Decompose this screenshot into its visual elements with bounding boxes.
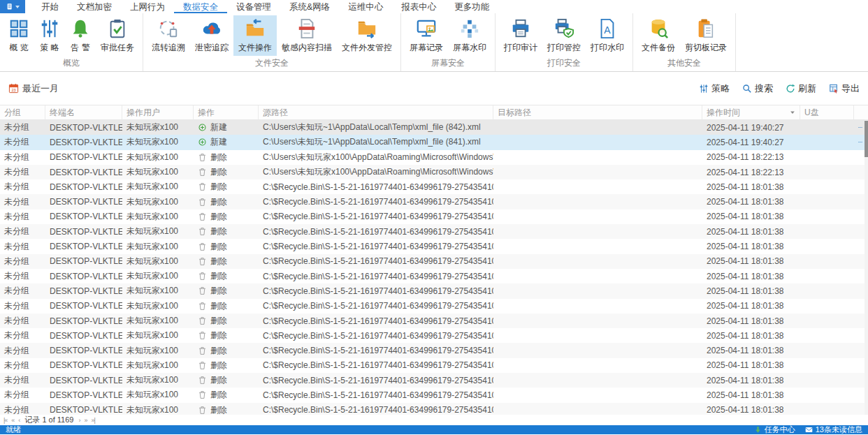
unread-messages-button[interactable]: 13条未读信息	[805, 425, 862, 435]
policy-button[interactable]: 策略	[699, 82, 730, 95]
ribbon-item-file-outgoing-control[interactable]: 文件外发管控	[337, 15, 397, 56]
ribbon-item-policy[interactable]: 策 略	[34, 15, 65, 56]
cell-group: 未分组	[0, 388, 45, 402]
page-prev-button-2[interactable]: ‹	[18, 417, 20, 424]
ribbon-item-print-audit[interactable]: 打印审计	[499, 15, 542, 56]
column-header-src[interactable]: 源路径	[259, 105, 493, 119]
ribbon-item-label: 屏幕水印	[453, 42, 486, 54]
ribbon-item-label: 剪切板记录	[685, 42, 727, 54]
column-header-actions[interactable]	[854, 105, 868, 119]
tab-doc-encryption[interactable]: 文档加密	[68, 0, 121, 13]
column-header-op[interactable]: 操作	[194, 105, 259, 119]
task-center-button[interactable]: 任务中心	[754, 425, 795, 435]
cell-group: 未分组	[0, 373, 45, 388]
row-menu-button[interactable]	[858, 124, 862, 131]
table-row[interactable]: 未分组DESKTOP-VLKTLE1未知玩家x100删除C:\$Recycle.…	[0, 224, 868, 239]
tab-data-security[interactable]: 数据安全	[174, 0, 227, 13]
ribbon-item-overview[interactable]: 概 览	[3, 15, 34, 56]
cell-source-path: C:\$Recycle.Bin\S-1-5-21-1619774401-6349…	[259, 269, 493, 283]
row-menu-button[interactable]	[858, 139, 862, 145]
table-row[interactable]: 未分组DESKTOP-VLKTLE1未知玩家x100删除C:\$Recycle.…	[0, 269, 868, 283]
table-row[interactable]: 未分组DESKTOP-VLKTLE1未知玩家x100删除C:\Users\未知玩…	[0, 165, 868, 179]
ribbon-item-screen-record[interactable]: 屏幕记录	[405, 15, 448, 56]
date-range-filter[interactable]: 23 最近一月	[8, 82, 59, 95]
cell-group: 未分组	[0, 120, 45, 135]
ribbon-item-file-operations[interactable]: 文件操作	[233, 15, 277, 56]
operation-label: 删除	[210, 345, 227, 357]
tab-web-behavior[interactable]: 上网行为	[121, 0, 174, 13]
operation-label: 删除	[210, 241, 227, 253]
page-prev-button-0[interactable]: |«	[3, 417, 7, 424]
cell-target-path	[493, 373, 702, 388]
refresh-button[interactable]: 刷新	[786, 82, 816, 95]
column-header-terminal[interactable]: 终端名	[45, 105, 122, 119]
table-row[interactable]: 未分组DESKTOP-VLKTLE1未知玩家x100删除C:\$Recycle.…	[0, 209, 868, 224]
export-button[interactable]: 导出	[829, 82, 860, 95]
time-filter-caret-icon[interactable]	[789, 109, 796, 116]
table-row[interactable]: 未分组DESKTOP-VLKTLE1未知玩家x100删除C:\$Recycle.…	[0, 373, 868, 388]
scrollbar-thumb[interactable]	[865, 121, 868, 157]
column-header-user[interactable]: 操作用户	[122, 105, 194, 119]
cell-operation: 新建	[194, 135, 259, 149]
tab-more-features[interactable]: 更多功能	[445, 0, 498, 13]
tab-device-management[interactable]: 设备管理	[227, 0, 280, 13]
operation-label: 删除	[210, 181, 227, 193]
table-row[interactable]: 未分组DESKTOP-VLKTLE1未知玩家x100删除C:\$Recycle.…	[0, 194, 868, 209]
table-row[interactable]: 未分组DESKTOP-VLKTLE1未知玩家x100删除C:\$Recycle.…	[0, 299, 868, 314]
table-row[interactable]: 未分组DESKTOP-VLKTLE1未知玩家x100删除C:\$Recycle.…	[0, 314, 868, 328]
ribbon-item-clipboard-record[interactable]: 剪切板记录	[680, 15, 732, 56]
tab-home[interactable]: 开始	[32, 0, 68, 13]
ribbon-item-leak-trace[interactable]: 泄密追踪	[190, 15, 233, 56]
ribbon-item-print-watermark[interactable]: A打印水印	[586, 15, 629, 56]
ribbon-item-print-control[interactable]: 打印管控	[542, 15, 586, 56]
tab-report-center[interactable]: 报表中心	[392, 0, 445, 13]
search-button[interactable]: 搜索	[742, 82, 773, 95]
cell-user: 未知玩家x100	[122, 314, 194, 328]
table-row[interactable]: 未分组DESKTOP-VLKTLE1未知玩家x100新建C:\Users\未知玩…	[0, 120, 868, 135]
table-row[interactable]: 未分组DESKTOP-VLKTLE1未知玩家x100删除C:\$Recycle.…	[0, 358, 868, 373]
table-row[interactable]: 未分组DESKTOP-VLKTLE1未知玩家x100删除C:\Users\未知玩…	[0, 150, 868, 165]
table-row[interactable]: 未分组DESKTOP-VLKTLE1未知玩家x100删除C:\$Recycle.…	[0, 179, 868, 194]
table-row[interactable]: 未分组DESKTOP-VLKTLE1未知玩家x100新建C:\Users\未知玩…	[0, 135, 868, 149]
policy-label: 策略	[711, 82, 730, 95]
ribbon-item-flow-trace[interactable]: 流转追溯	[147, 15, 190, 56]
ribbon-item-screen-watermark[interactable]: 屏幕水印	[448, 15, 491, 56]
ribbon-item-approval-tasks[interactable]: 审批任务	[96, 15, 139, 56]
cell-operation-time: 2025-04-11 18:01:38	[702, 328, 800, 343]
cell-group: 未分组	[0, 135, 45, 149]
cell-operation: 新建	[194, 120, 259, 135]
cell-terminal: DESKTOP-VLKTLE1	[45, 224, 122, 239]
table-row[interactable]: 未分组DESKTOP-VLKTLE1未知玩家x100删除C:\$Recycle.…	[0, 239, 868, 253]
vertical-scrollbar[interactable]	[865, 120, 868, 415]
tab-system-network[interactable]: 系统&网络	[280, 0, 339, 13]
ribbon-item-alerts[interactable]: 告 警	[65, 15, 96, 56]
column-header-time[interactable]: 操作时间	[702, 105, 800, 119]
cell-target-path	[493, 403, 702, 415]
clipboard-record-icon	[695, 18, 716, 39]
table-row[interactable]: 未分组DESKTOP-VLKTLE1未知玩家x100删除C:\$Recycle.…	[0, 388, 868, 402]
app-menu-button[interactable]	[0, 0, 25, 13]
cell-group: 未分组	[0, 209, 45, 224]
column-header-group[interactable]: 分组	[0, 105, 45, 119]
page-next-button-2[interactable]: »|	[92, 417, 95, 424]
column-header-dst[interactable]: 目标路径	[493, 105, 702, 119]
app-window: 开始文档加密上网行为数据安全设备管理系统&网络运维中心报表中心更多功能 概 览策…	[0, 0, 868, 435]
table-row[interactable]: 未分组DESKTOP-VLKTLE1未知玩家x100删除C:\$Recycle.…	[0, 328, 868, 343]
ribbon-item-sensitive-content-scan[interactable]: 敏感内容扫描	[277, 15, 337, 56]
page-next-button-0[interactable]: ›	[78, 417, 80, 424]
ribbon-item-file-backup[interactable]: 文件备份	[637, 15, 680, 56]
export-label: 导出	[841, 82, 860, 95]
ribbon-group-label: 概览	[3, 57, 139, 71]
table-row[interactable]: 未分组DESKTOP-VLKTLE1未知玩家x100删除C:\$Recycle.…	[0, 343, 868, 357]
page-next-button-1[interactable]: »	[84, 417, 87, 424]
cell-usb	[800, 328, 854, 343]
table-row[interactable]: 未分组DESKTOP-VLKTLE1未知玩家x100删除C:\$Recycle.…	[0, 403, 868, 415]
table-row[interactable]: 未分组DESKTOP-VLKTLE1未知玩家x100删除C:\$Recycle.…	[0, 254, 868, 269]
table-row[interactable]: 未分组DESKTOP-VLKTLE1未知玩家x100删除C:\$Recycle.…	[0, 283, 868, 298]
column-header-usb[interactable]: U盘	[800, 105, 854, 119]
tab-ops-center[interactable]: 运维中心	[339, 0, 392, 13]
task-center-label: 任务中心	[765, 425, 795, 435]
ribbon-item-label: 审批任务	[101, 42, 134, 54]
cell-usb	[800, 314, 854, 328]
page-prev-button-1[interactable]: «	[11, 417, 14, 424]
